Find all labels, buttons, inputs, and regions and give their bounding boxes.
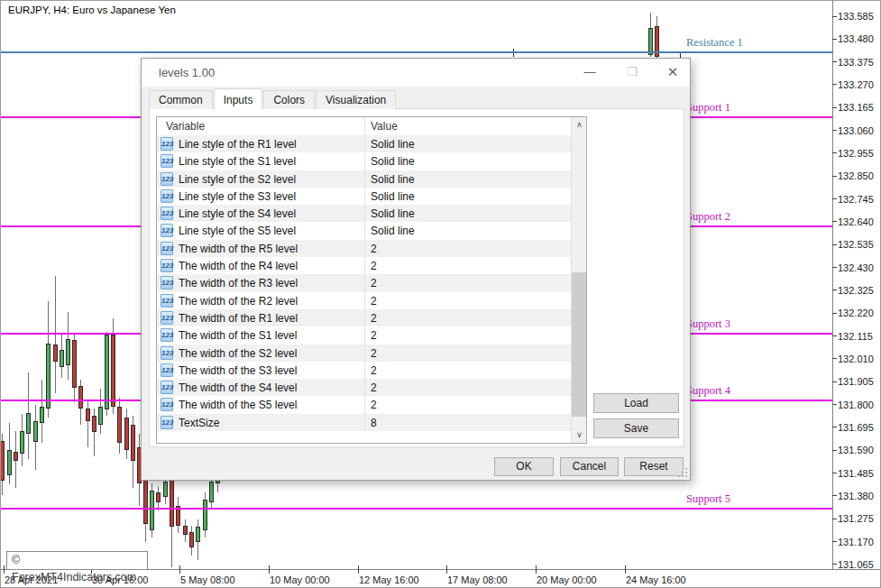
variable-value[interactable]: 2	[371, 329, 377, 342]
variable-value[interactable]: Solid line	[371, 225, 415, 237]
save-button[interactable]: Save	[593, 418, 679, 438]
price-tick	[832, 16, 837, 17]
price-axis-label: 132.850	[838, 170, 881, 181]
scroll-up-icon[interactable]: ∧	[572, 117, 587, 133]
cancel-button[interactable]: Cancel	[560, 457, 619, 476]
variable-value[interactable]: 2	[371, 295, 377, 308]
candlestick	[40, 380, 44, 443]
numeric-param-icon: 123	[161, 137, 173, 151]
price-axis-label: 131.695	[838, 422, 881, 433]
candlestick	[0, 434, 5, 495]
dialog-titlebar[interactable]: levels 1.00 — ❒ ✕	[142, 59, 690, 87]
price-tick	[832, 221, 837, 222]
tab-visualization[interactable]: Visualization	[316, 90, 396, 109]
variable-name: Line style of the S5 level	[179, 225, 296, 237]
support-label: Support 3	[686, 317, 730, 331]
candle-body	[156, 492, 161, 502]
candle-body	[66, 339, 70, 365]
numeric-param-icon: 123	[161, 398, 173, 411]
candlestick	[14, 431, 18, 488]
reset-button[interactable]: Reset	[624, 457, 684, 476]
time-axis-label: 12 May 16:00	[359, 574, 419, 585]
variable-value[interactable]: 2	[371, 312, 377, 325]
variable-value[interactable]: 2	[371, 277, 377, 289]
time-tick	[358, 565, 359, 574]
load-button[interactable]: Load	[593, 393, 679, 413]
candle-body	[26, 413, 31, 434]
ok-button[interactable]: OK	[494, 457, 554, 476]
candle-body	[117, 407, 122, 443]
scroll-down-icon[interactable]: ∨	[572, 427, 587, 443]
variable-name: The width of the R2 level	[179, 295, 298, 308]
time-axis-label: 20 May 00:00	[537, 574, 597, 585]
price-tick	[832, 519, 837, 519]
candle-body	[14, 452, 18, 461]
candle-body	[72, 340, 77, 388]
variable-value[interactable]: 2	[371, 364, 377, 377]
variable-name: TextSize	[179, 417, 219, 429]
price-axis-label: 131.275	[838, 513, 881, 524]
candlestick	[124, 409, 129, 459]
candlestick	[26, 372, 31, 459]
tab-inputs[interactable]: Inputs	[214, 88, 263, 109]
numeric-param-icon: 123	[161, 259, 173, 272]
candlestick	[655, 16, 659, 60]
variable-value[interactable]: 2	[371, 399, 377, 411]
variable-value[interactable]: Solid line	[371, 207, 415, 220]
candle-body	[0, 441, 5, 481]
candlestick	[196, 519, 200, 560]
variable-name: The width of the R3 level	[179, 277, 298, 289]
price-axis-label: 132.325	[838, 285, 881, 296]
candlestick	[92, 409, 96, 456]
candlestick	[86, 401, 90, 447]
time-axis-label: 17 May 08:00	[447, 574, 508, 585]
price-axis-label: 133.165	[838, 102, 881, 113]
scrollbar-thumb[interactable]	[572, 272, 587, 417]
price-axis-label: 133.375	[838, 57, 881, 68]
variable-name: The width of the S4 level	[179, 381, 297, 394]
maximize-icon[interactable]: ❒	[617, 59, 647, 86]
candle-body	[7, 450, 12, 475]
numeric-param-icon: 123	[161, 242, 173, 255]
numeric-param-icon: 123	[161, 416, 173, 429]
candle-body	[40, 407, 44, 423]
candle-body	[60, 350, 64, 367]
candlestick	[7, 423, 12, 484]
resize-grip[interactable]	[679, 469, 687, 477]
variable-value[interactable]: 2	[371, 381, 377, 394]
candlestick	[189, 526, 194, 556]
price-axis-label: 132.430	[838, 262, 881, 273]
variable-value[interactable]: 2	[371, 347, 377, 360]
price-tick	[832, 61, 837, 62]
close-icon[interactable]: ✕	[657, 59, 688, 86]
candle-body	[143, 476, 148, 524]
price-axis-label: 132.220	[838, 308, 881, 318]
price-tick	[832, 450, 837, 451]
numeric-param-icon: 123	[161, 154, 173, 168]
candle-body	[124, 418, 129, 450]
variable-value[interactable]: Solid line	[371, 138, 415, 151]
minimize-icon[interactable]: —	[574, 59, 605, 86]
variable-value[interactable]: 8	[371, 417, 377, 429]
variable-value[interactable]: Solid line	[371, 173, 415, 186]
tab-common[interactable]: Common	[149, 90, 213, 109]
candlestick	[53, 276, 58, 393]
table-scrollbar[interactable]: ∧ ∨	[571, 117, 586, 443]
support-label: Support 4	[686, 384, 730, 398]
resistance-line	[1, 51, 832, 53]
candlestick	[98, 389, 103, 434]
numeric-param-icon: 123	[161, 311, 173, 325]
candlestick	[183, 519, 188, 542]
tab-colors[interactable]: Colors	[263, 90, 315, 109]
variable-value[interactable]: 2	[371, 243, 377, 255]
column-divider	[364, 117, 365, 431]
variable-name: The width of the R1 level	[179, 312, 298, 325]
variable-value[interactable]: 2	[371, 260, 377, 272]
price-axis-label: 133.270	[838, 79, 881, 90]
variable-value[interactable]: Solid line	[371, 155, 415, 168]
variable-value[interactable]: Solid line	[371, 190, 415, 203]
price-tick	[832, 541, 837, 542]
chart-symbol-title: EURJPY, H4: Euro vs Japanese Yen	[8, 5, 176, 15]
candlestick	[648, 13, 653, 57]
variable-name: Line style of the R1 level	[179, 138, 297, 151]
